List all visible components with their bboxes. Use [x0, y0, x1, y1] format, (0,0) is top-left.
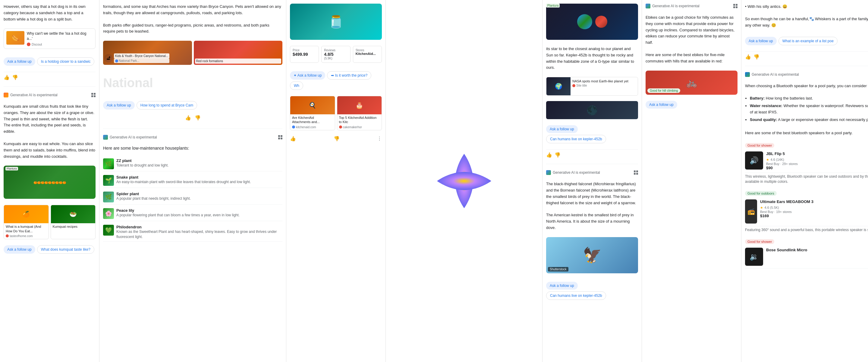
kepler-followup-btn[interactable]: Ask a follow up [546, 125, 578, 133]
philodendron-icon: 💚 [103, 225, 114, 235]
ue-reviews: 4.6 (5.5K) [764, 206, 779, 210]
ebikes-followup-btn[interactable]: Ask a follow up [646, 101, 677, 109]
zz-plant-icon: 🌿 [103, 158, 114, 169]
hotdog-source-card[interactable]: 🌭 Why can't we settle the 'isa a hot dog… [4, 28, 96, 49]
kitchenaid-top5-title: Top 5 KitchenAid Addition to Kitc [337, 114, 382, 126]
cat-text1: • With his silly antics. 😄 [745, 4, 868, 10]
bryce-dislike-btn[interactable]: 👎 [195, 115, 201, 121]
plantura-badge: Plantura [5, 167, 18, 170]
kumquat-image: Plantura 🍊🍊🍊🍊🍊🍊🍊🍊🍊 [4, 166, 96, 199]
falcons-grid-icon [634, 170, 638, 175]
cat-followup-btn[interactable]: Ask a follow up [745, 37, 777, 45]
kitchenaid-worth-btn[interactable]: ➡ Is it worth the price? [327, 71, 371, 80]
ebikes-text1: Ebikes can be a good choice for hilly co… [646, 15, 738, 46]
kumquat-followup-btn[interactable]: Ask a follow up [4, 245, 35, 254]
ebike-image: 🚲 Good for hill climbing [646, 71, 738, 95]
bryce-photo1: 🏕 Kids & Youth - Bryce Canyon National..… [103, 41, 192, 65]
bluetooth-factors-list: Battery: How long the batteries last. Wa… [745, 95, 868, 124]
jbl-badge: Good for shower [745, 143, 774, 148]
cat-example-btn[interactable]: What is an example of a list poe [778, 37, 838, 45]
hotdog-feedback: 👍 👎 [4, 72, 96, 80]
plant-item-spider: 🌿 Spider plant A popular plant that need… [103, 190, 282, 204]
kepler-planet-image [546, 4, 638, 40]
bryce-feedback: 👍 👎 [103, 113, 282, 122]
cat-like-btn[interactable]: 👍 [745, 54, 751, 60]
jbl-info: JBL Flip 5 ★ 4.6 (14K) Best Buy · 29+ st… [766, 151, 868, 170]
houseplants-ai-badge: Generative AI is experimental [103, 135, 282, 140]
kitchenaid-price-label: Price [293, 49, 316, 52]
spider-plant-icon: 🌿 [103, 192, 114, 202]
hotdog-favicon [27, 43, 30, 46]
bryce-park-logo: 🏕 [104, 54, 113, 62]
bluetooth-ai-badge: Generative AI is experimental [745, 72, 868, 77]
bryce-like-btn[interactable]: 👍 [185, 115, 191, 121]
cat-feedback: 👍 👎 [745, 51, 868, 60]
jbl-speaker-item: 🔊 JBL Flip 5 ★ 4.6 (14K) Best Buy · 29+ … [745, 149, 868, 173]
kitchenaid-like-btn[interactable]: 👍 [290, 136, 296, 141]
kitchenaid-top5-card[interactable]: 🎂 Top 5 KitchenAid Addition to Kitc cake… [337, 96, 382, 130]
hotdog-followup-btn[interactable]: Ask a follow up [4, 57, 35, 66]
plant-item-zz: 🌿 ZZ plant Tolerant to drought and low l… [103, 157, 282, 171]
nasa-card[interactable]: 🌍 NASA spots most Earth-like planet yet … [546, 77, 638, 95]
ebikes-grid-icon [733, 4, 738, 8]
shutterstock-badge: Shutterstock [548, 267, 568, 272]
hotdog-dislike-btn[interactable]: 👎 [12, 75, 18, 80]
houseplants-heading: Here are some low-maintenance houseplant… [103, 146, 282, 150]
kitchenaid-attachments: 🍳 Are KitchenAid Attachments and... kitc… [290, 96, 382, 130]
hotdog-panel: However, others say that a hot dog is in… [0, 0, 99, 362]
cat-action-buttons: Ask a follow up What is an example of a … [745, 37, 868, 45]
bryce-photo2: Red rock formations [194, 41, 283, 65]
ue-badge: Good for outdoors [745, 191, 777, 196]
hotdog-action-buttons: Ask a follow up Is a hotdog closer to a … [4, 57, 96, 66]
kumquat-ai-icon [4, 93, 8, 98]
kepler-dislike-btn[interactable]: 👎 [555, 152, 561, 158]
ue-price: $169 [760, 214, 868, 218]
snake-plant-icon: 🌱 [103, 175, 114, 186]
jbl-name: JBL Flip 5 [766, 151, 868, 156]
falcons-text1: The black-thighed falconet (Microhierax … [546, 181, 638, 206]
bose-name: Bose Soundlink Micro [766, 248, 868, 252]
kumquat-img1[interactable]: 🍊 What is a kumquat (And How Do You Eat.… [4, 205, 49, 239]
kitchenaid-reviews-count: (5.9K) [324, 57, 347, 60]
jbl-desc: This wireless, lightweight, Bluetooth sp… [745, 174, 868, 184]
peace-lily-icon: 🌸 [103, 208, 114, 219]
kitchenaid-followup-btn[interactable]: ✦ Ask a follow up [290, 71, 325, 80]
jbl-rating: ★ 4.6 (14K) [766, 157, 868, 162]
kitchenaid-attach-site: kitchenaid.com [290, 126, 335, 130]
earth-circle [577, 14, 592, 29]
kitchenaid-bottom-feedback: 👍 👎 ⋮ [290, 134, 382, 143]
cat-bluetooth-panel: • With his silly antics. 😄 So even thoug… [741, 0, 868, 362]
hotdog-like-btn[interactable]: 👍 [4, 75, 10, 80]
snake-plant-info: Snake plant An easy-to-maintain plant wi… [116, 175, 282, 185]
bryce-photos: 🏕 Kids & Youth - Bryce Canyon National..… [103, 41, 282, 65]
kitchenaid-more-btn[interactable]: ⋮ [377, 136, 382, 141]
cat-dislike-btn[interactable]: 👎 [753, 54, 760, 60]
kumquat-img1-site: tasteofhome.com [4, 234, 49, 239]
ebikes-text2: Here are some of the best ebikes for fiv… [646, 52, 738, 64]
kepler-like-btn[interactable]: 👍 [546, 152, 552, 158]
kitchenaid-action-buttons: ✦ Ask a follow up ➡ Is it worth the pric… [290, 71, 382, 90]
bose-badge: Good for shower [745, 239, 774, 244]
falcons-followup-btn[interactable]: Ask a follow up [546, 282, 578, 289]
bryce-favicon [115, 59, 118, 62]
kitchenaid-attach-title: Are KitchenAid Attachments and... [290, 114, 335, 126]
bryce-followup-btn[interactable]: Ask a follow up [103, 101, 135, 110]
bryce-text1: formations, and some say that Arches has… [103, 4, 282, 16]
kepler-action-buttons: Ask a follow up Can humans live on keple… [546, 125, 638, 143]
kitchenaid-dislike-btn[interactable]: 👎 [334, 136, 340, 141]
jbl-store: Best Buy · 29+ stores [766, 162, 868, 166]
hotdog-closer-btn[interactable]: Is a hotdog closer to a sandwic [37, 57, 95, 66]
kumquat-taste-btn[interactable]: What does kumquat taste like? [37, 245, 94, 254]
bluetooth-outro: Here are some of the best bluetooth spea… [745, 130, 868, 136]
bryce-action-buttons: Ask a follow up How long to spend at Bry… [103, 101, 282, 110]
kumquat-img2[interactable]: 🥗 Kumquat recipes [51, 205, 96, 239]
mars-circle [595, 16, 607, 28]
kitchenaid-wh-btn[interactable]: Wh [290, 81, 303, 90]
kepler-humans-btn[interactable]: Can humans live on kepler-452b [546, 135, 606, 143]
kitchenaid-attachments-card[interactable]: 🍳 Are KitchenAid Attachments and... kitc… [290, 96, 335, 130]
hotdog-divider [4, 86, 96, 87]
philodendron-desc: Known as the Sweetheart Plant and has he… [116, 229, 282, 240]
falcons-humans-btn[interactable]: Can humans live on kepler-452b [546, 291, 606, 300]
ue-thumb: 📻 [745, 199, 757, 224]
bryce-spend-btn[interactable]: How long to spend at Bryce Cam [136, 101, 197, 110]
